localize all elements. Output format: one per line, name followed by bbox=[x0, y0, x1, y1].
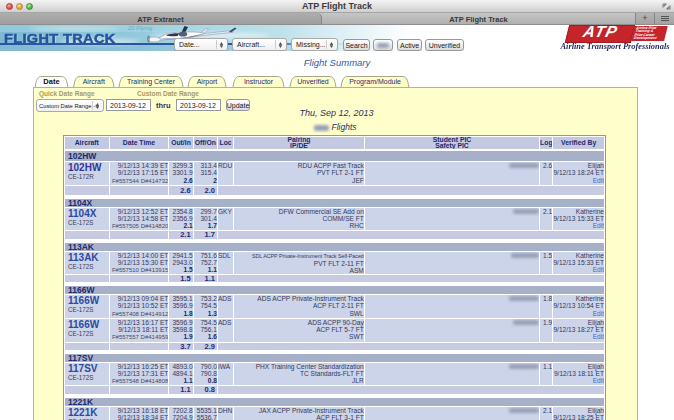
svg-text:Aircraft: Aircraft bbox=[83, 78, 105, 85]
svg-text:Instructor: Instructor bbox=[244, 78, 274, 85]
svg-text:Program/Module: Program/Module bbox=[349, 78, 401, 86]
svg-text:Unverified: Unverified bbox=[297, 78, 329, 85]
svg-text:Training Center: Training Center bbox=[127, 78, 176, 86]
svg-text:Airport: Airport bbox=[197, 78, 218, 86]
svg-text:Date: Date bbox=[43, 77, 59, 86]
